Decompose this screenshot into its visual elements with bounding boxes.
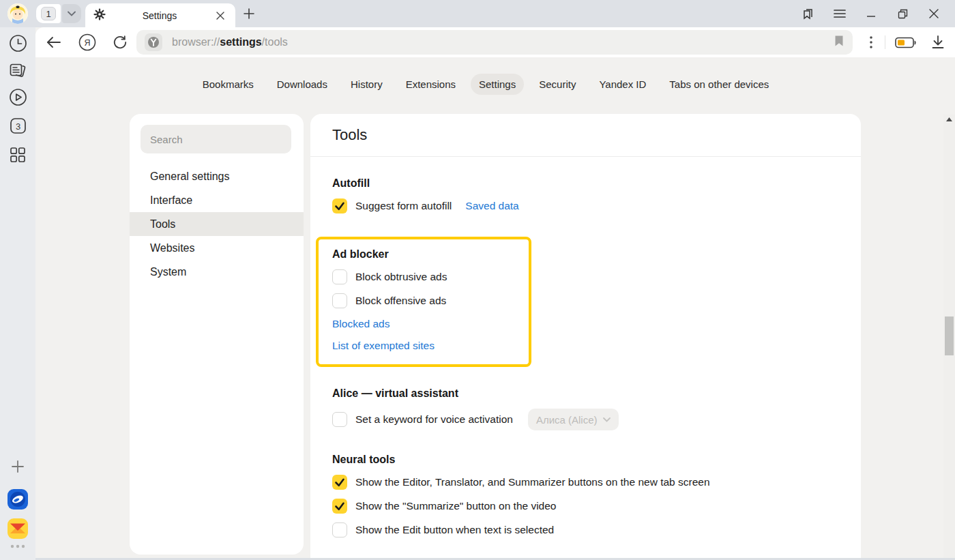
- tab-title: Settings: [106, 10, 214, 21]
- bookmark-icon[interactable]: [834, 35, 844, 50]
- settings-top-nav: Bookmarks Downloads History Extensions S…: [35, 74, 936, 95]
- feed-icon[interactable]: [0, 61, 35, 80]
- menu-item-interface[interactable]: Interface: [130, 188, 304, 212]
- page-title: Tools: [310, 114, 861, 157]
- neural-edit-label: Show the Edit button when text is select…: [355, 524, 554, 536]
- gear-icon: [93, 8, 106, 23]
- add-icon[interactable]: [0, 460, 35, 473]
- block-obtrusive-row: Block obtrusive ads: [332, 269, 519, 284]
- autofill-heading: Autofill: [332, 177, 839, 190]
- window-minimize-icon[interactable]: [855, 0, 887, 27]
- ad-blocker-highlighted-section: Ad blocker Block obtrusive ads Block off…: [316, 237, 531, 367]
- url-text[interactable]: browser://settings/tools: [172, 36, 288, 48]
- saved-data-link[interactable]: Saved data: [465, 200, 518, 212]
- history-clock-icon[interactable]: [0, 34, 35, 53]
- tabs-count-icon[interactable]: 3: [0, 117, 35, 135]
- more-dots-icon[interactable]: [0, 544, 35, 548]
- ad-blocker-heading: Ad blocker: [332, 248, 519, 261]
- tab-counter-value: 1: [41, 7, 56, 20]
- neural-editor-label: Show the Editor, Translator, and Summari…: [355, 476, 710, 488]
- tab-strip: 1 Settings: [0, 0, 955, 27]
- scroll-up-icon[interactable]: [946, 117, 952, 121]
- alice-keyword-dropdown-value: Алиса (Alice): [536, 414, 598, 426]
- alice-keyword-row: Set a keyword for voice activation Алиса…: [332, 409, 839, 430]
- protect-badge-icon[interactable]: [145, 33, 162, 51]
- yandex-home-icon[interactable]: Я: [78, 33, 96, 51]
- block-offensive-row: Block offensive ads: [332, 293, 519, 308]
- autofill-section: Autofill Suggest form autofill Saved dat…: [332, 177, 839, 213]
- chevron-down-icon: [603, 417, 611, 422]
- settings-menu-list: General settings Interface Tools Website…: [130, 164, 304, 284]
- apps-grid-icon[interactable]: [0, 146, 35, 164]
- toolbar-divider: [885, 35, 885, 49]
- menu-item-websites[interactable]: Websites: [130, 236, 304, 260]
- alice-heading: Alice — virtual assistant: [332, 387, 839, 400]
- tab-counter[interactable]: 1: [36, 4, 61, 23]
- neural-editor-row: Show the Editor, Translator, and Summari…: [332, 475, 839, 490]
- new-tab-button[interactable]: [241, 5, 257, 22]
- nav-tabs-other-devices[interactable]: Tabs on other devices: [661, 74, 777, 95]
- reload-icon[interactable]: [111, 33, 129, 51]
- profile-avatar[interactable]: [8, 3, 28, 24]
- neural-editor-checkbox[interactable]: [332, 475, 347, 490]
- more-menu-icon[interactable]: [862, 33, 880, 51]
- browser-toolbar: Я browser://settings/tools: [35, 27, 955, 57]
- nav-downloads[interactable]: Downloads: [269, 74, 336, 95]
- suggest-autofill-row: Suggest form autofill Saved data: [332, 198, 839, 213]
- neural-tools-section: Neural tools Show the Editor, Translator…: [332, 454, 839, 537]
- block-offensive-label: Block offensive ads: [355, 295, 446, 307]
- alice-keyword-label: Set a keyword for voice activation: [355, 413, 513, 426]
- back-icon[interactable]: [45, 33, 63, 51]
- side-panel-icon[interactable]: [793, 0, 824, 27]
- block-obtrusive-label: Block obtrusive ads: [355, 271, 447, 283]
- menu-item-general-settings[interactable]: General settings: [130, 164, 304, 188]
- neural-summarize-row: Show the "Summarize" button on the video: [332, 499, 839, 514]
- suggest-autofill-label: Suggest form autofill: [355, 200, 452, 212]
- neural-summarize-label: Show the "Summarize" button on the video: [355, 500, 556, 512]
- window-close-icon[interactable]: [918, 0, 950, 27]
- block-offensive-checkbox[interactable]: [332, 293, 347, 308]
- browser-menu-icon[interactable]: [824, 0, 855, 27]
- battery-icon[interactable]: [894, 33, 918, 51]
- neural-summarize-checkbox[interactable]: [332, 499, 347, 514]
- settings-page: Bookmarks Downloads History Extensions S…: [35, 57, 955, 558]
- search-input[interactable]: [141, 125, 291, 153]
- alice-keyword-checkbox[interactable]: [332, 412, 347, 427]
- browser-sidebar: 3: [0, 27, 35, 560]
- tab-close-icon[interactable]: [214, 9, 227, 23]
- tab-settings[interactable]: Settings: [85, 3, 235, 27]
- scrollbar-thumb[interactable]: [945, 316, 954, 355]
- nav-history[interactable]: History: [342, 74, 391, 95]
- block-obtrusive-checkbox[interactable]: [332, 269, 347, 284]
- page-scrollbar[interactable]: [943, 115, 955, 560]
- window-restore-icon[interactable]: [887, 0, 918, 27]
- nav-security[interactable]: Security: [531, 74, 584, 95]
- nav-extensions[interactable]: Extensions: [398, 74, 464, 95]
- address-bar[interactable]: browser://settings/tools: [136, 30, 853, 55]
- blocked-ads-link[interactable]: Blocked ads: [332, 318, 390, 330]
- tab-list-chevron-down-icon[interactable]: [62, 4, 81, 23]
- alice-section: Alice — virtual assistant Set a keyword …: [332, 387, 839, 430]
- svg-text:Я: Я: [84, 38, 90, 48]
- neural-tools-heading: Neural tools: [332, 454, 839, 466]
- suggest-autofill-checkbox[interactable]: [332, 198, 347, 213]
- neural-edit-checkbox[interactable]: [332, 522, 347, 537]
- svg-text:3: 3: [15, 121, 20, 132]
- settings-menu-card: General settings Interface Tools Website…: [130, 114, 304, 555]
- exempted-sites-link[interactable]: List of exempted sites: [332, 340, 435, 352]
- video-play-icon[interactable]: [0, 88, 35, 106]
- downloads-icon[interactable]: [929, 33, 947, 51]
- nav-yandex-id[interactable]: Yandex ID: [591, 74, 654, 95]
- browser-app-icon[interactable]: [0, 488, 35, 510]
- menu-item-tools[interactable]: Tools: [130, 212, 304, 236]
- neural-edit-row: Show the Edit button when text is select…: [332, 522, 839, 537]
- nav-settings[interactable]: Settings: [471, 74, 524, 95]
- nav-bookmarks[interactable]: Bookmarks: [194, 74, 262, 95]
- mail-app-icon[interactable]: [0, 518, 35, 540]
- alice-keyword-dropdown[interactable]: Алиса (Alice): [528, 409, 619, 430]
- tools-content-card: Tools Autofill Suggest form autofill Sav…: [310, 114, 861, 558]
- menu-item-system[interactable]: System: [130, 260, 304, 284]
